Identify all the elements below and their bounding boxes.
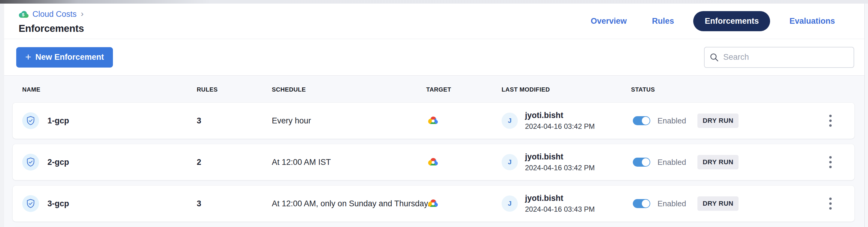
table-row[interactable]: 3-gcp 3 At 12:00 AM, only on Sunday and …: [12, 186, 855, 222]
shield-check-icon: [22, 112, 39, 129]
modified-at: 2024-04-16 03:43 PM: [525, 205, 595, 214]
row-menu-icon[interactable]: [822, 193, 839, 214]
dry-run-badge: DRY RUN: [698, 155, 739, 169]
status-label: Enabled: [657, 158, 686, 167]
modified-at: 2024-04-16 03:42 PM: [525, 164, 595, 172]
schedule-text: Every hour: [272, 116, 426, 126]
avatar: J: [502, 195, 518, 212]
modified-by: jyoti.bisht: [525, 194, 595, 203]
breadcrumb-chevron-icon: ›: [81, 9, 84, 19]
status-label: Enabled: [657, 199, 686, 208]
column-header-last-modified: LAST MODIFIED: [502, 86, 631, 93]
search-container: [704, 47, 854, 68]
page-title: Enforcements: [19, 23, 84, 34]
tab-rules[interactable]: Rules: [640, 12, 687, 31]
tab-enforcements[interactable]: Enforcements: [693, 11, 770, 31]
modified-at: 2024-04-16 03:42 PM: [525, 122, 595, 131]
rules-count: 2: [197, 158, 272, 167]
gcp-target-icon: [426, 115, 440, 126]
table-header-row: NAME RULES SCHEDULE TARGET LAST MODIFIED…: [12, 76, 855, 103]
avatar: J: [502, 112, 518, 129]
table-row[interactable]: 2-gcp 2 At 12:00 AM IST J jyoti.bisht 20…: [12, 144, 855, 180]
modified-by: jyoti.bisht: [525, 111, 595, 120]
gcp-target-icon: [426, 198, 440, 209]
column-header-target: TARGET: [426, 86, 502, 93]
toolbar: + New Enforcement: [4, 39, 864, 76]
modified-by: jyoti.bisht: [525, 152, 595, 162]
svg-text:$: $: [22, 12, 25, 17]
status-label: Enabled: [657, 116, 686, 126]
table-row[interactable]: 1-gcp 3 Every hour J jyoti.bisht 2024-04…: [12, 103, 855, 139]
row-menu-icon[interactable]: [822, 152, 839, 173]
enforcement-name: 2-gcp: [48, 158, 69, 167]
tab-evaluations[interactable]: Evaluations: [777, 12, 847, 31]
column-header-schedule: SCHEDULE: [272, 86, 426, 93]
breadcrumb: $ Cloud Costs ›: [19, 8, 84, 20]
scrollbar-track[interactable]: [864, 0, 868, 227]
new-enforcement-button[interactable]: + New Enforcement: [16, 47, 113, 68]
enforcements-table: NAME RULES SCHEDULE TARGET LAST MODIFIED…: [4, 76, 864, 227]
shield-check-icon: [22, 154, 39, 170]
column-header-rules: RULES: [197, 86, 272, 93]
search-input[interactable]: [704, 47, 854, 68]
new-enforcement-button-label: New Enforcement: [35, 53, 104, 62]
module-nav: Overview Rules Enforcements Evaluations: [578, 4, 847, 39]
shield-check-icon: [22, 195, 39, 212]
enforcement-name: 1-gcp: [48, 116, 69, 126]
dry-run-badge: DRY RUN: [698, 114, 739, 128]
window-top-edge: [0, 0, 868, 4]
cloud-costs-icon: $: [19, 10, 29, 18]
enabled-toggle[interactable]: [633, 199, 650, 208]
enabled-toggle[interactable]: [633, 158, 650, 167]
avatar: J: [502, 154, 518, 170]
column-header-status: STATUS: [631, 86, 806, 93]
breadcrumb-cloud-costs-link[interactable]: Cloud Costs: [32, 10, 76, 19]
plus-icon: +: [25, 52, 31, 62]
row-menu-icon[interactable]: [822, 110, 839, 131]
page-header: $ Cloud Costs › Enforcements Overview Ru…: [4, 4, 864, 39]
enabled-toggle[interactable]: [633, 116, 650, 125]
rules-count: 3: [197, 199, 272, 208]
left-gutter: [0, 0, 4, 227]
tab-overview[interactable]: Overview: [578, 12, 640, 31]
search-icon: [709, 53, 719, 62]
enforcements-page: $ Cloud Costs › Enforcements Overview Ru…: [4, 4, 864, 227]
column-header-name: NAME: [22, 86, 197, 93]
gcp-target-icon: [426, 156, 440, 168]
dry-run-badge: DRY RUN: [698, 196, 739, 211]
rules-count: 3: [197, 116, 272, 126]
schedule-text: At 12:00 AM IST: [272, 158, 426, 167]
schedule-text: At 12:00 AM, only on Sunday and Thursday…: [272, 199, 426, 208]
enforcement-name: 3-gcp: [48, 199, 69, 208]
